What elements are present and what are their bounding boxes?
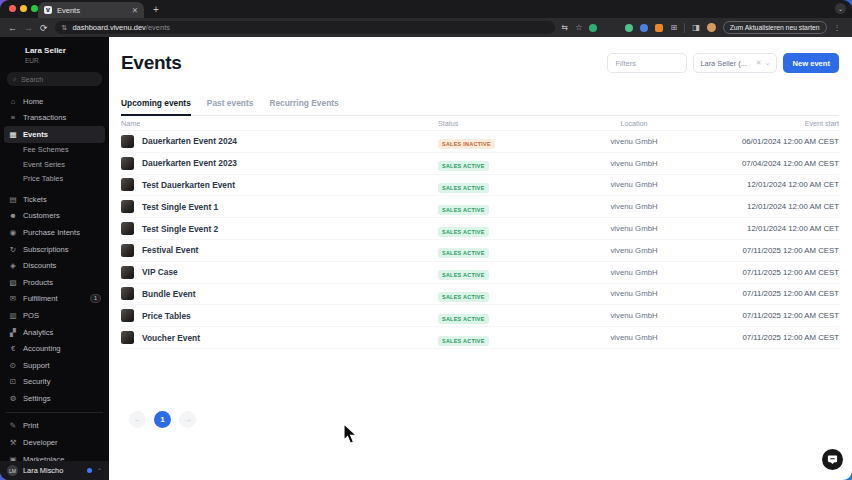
tab-item[interactable]: Past events xyxy=(207,98,254,115)
status-badge: SALES ACTIVE xyxy=(438,314,489,324)
filters-input[interactable] xyxy=(607,53,687,73)
status-badge: SALES ACTIVE xyxy=(438,227,489,237)
table-row[interactable]: Dauerkarten Event 2023 SALES ACTIVE vive… xyxy=(121,153,839,175)
sidebar-item-label: Transactions xyxy=(23,113,101,122)
sidebar-item-icon: ▧ xyxy=(8,278,18,287)
back-button[interactable]: ← xyxy=(8,23,17,33)
table-row[interactable]: VIP Case SALES ACTIVE vivenu GmbH 07/11/… xyxy=(121,262,839,284)
minimize-window-button[interactable] xyxy=(20,5,27,12)
sidebar-item[interactable]: ⚙ Settings xyxy=(4,390,105,407)
side-panel-icon[interactable]: ◨ xyxy=(692,23,700,32)
tab-title: Events xyxy=(57,6,127,15)
event-thumbnail xyxy=(121,222,134,235)
bookmark-star-icon[interactable]: ☆ xyxy=(575,23,582,32)
org-switcher[interactable]: Lara Seller EUR xyxy=(0,37,109,68)
table-row[interactable]: Bundle Event SALES ACTIVE vivenu GmbH 07… xyxy=(121,284,839,306)
extension-icon[interactable] xyxy=(655,24,663,32)
sidebar-item-label: POS xyxy=(23,311,101,320)
table-row[interactable]: Test Single Event 2 SALES ACTIVE vivenu … xyxy=(121,218,839,240)
sidebar-item-icon: ↻ xyxy=(8,245,18,254)
sidebar-item-label: Support xyxy=(23,361,101,370)
chat-widget-button[interactable] xyxy=(822,449,843,470)
online-status-dot xyxy=(87,468,92,473)
table-row[interactable]: Festival Event SALES ACTIVE vivenu GmbH … xyxy=(121,240,839,262)
sidebar-item[interactable]: ▥ POS xyxy=(4,307,105,324)
table-row[interactable]: Test Dauerkarten Event SALES ACTIVE vive… xyxy=(121,175,839,197)
extension-icon[interactable] xyxy=(625,24,633,32)
address-bar[interactable]: ⇅ dashboard.vivenu.dev/events xyxy=(55,21,555,34)
prev-page-button[interactable]: ← xyxy=(129,411,146,428)
sidebar-item-label: Settings xyxy=(23,394,101,403)
sidebar-item[interactable]: ⚒ Developer xyxy=(4,434,105,451)
site-settings-icon[interactable]: ⇅ xyxy=(62,24,68,32)
page-1-button[interactable]: 1 xyxy=(154,411,171,428)
table-row[interactable]: Dauerkarten Event 2024 SALES INACTIVE vi… xyxy=(121,131,839,153)
sidebar-item-label: Price Tables xyxy=(23,174,101,183)
next-page-button[interactable]: → xyxy=(179,411,196,428)
sidebar-item-icon: ▥ xyxy=(8,311,18,320)
table-row[interactable]: Price Tables SALES ACTIVE vivenu GmbH 07… xyxy=(121,305,839,327)
chevron-down-icon: ⌄ xyxy=(765,59,771,67)
sidebar-item[interactable]: ≡ Transactions xyxy=(4,110,105,127)
tab-close-icon[interactable]: ✕ xyxy=(132,6,138,15)
sidebar-item[interactable]: € Accounting xyxy=(4,340,105,357)
event-start: 07/11/2025 12:00 AM CEST xyxy=(718,268,839,277)
extension-icon[interactable] xyxy=(640,24,648,32)
sidebar-item[interactable]: ✉ Fulfillment 1 xyxy=(4,291,105,308)
sidebar-item[interactable]: ↻ Subscriptions xyxy=(4,241,105,258)
clear-icon[interactable]: ✕ xyxy=(756,59,762,67)
new-tab-button[interactable]: + xyxy=(153,4,159,15)
sidebar-item[interactable]: Event Series xyxy=(4,157,105,171)
sidebar-item[interactable]: ◉ Purchase Intents xyxy=(4,224,105,241)
zoom-window-button[interactable] xyxy=(31,5,38,12)
chrome-menu-icon[interactable]: ⋮ xyxy=(834,24,841,32)
new-event-button[interactable]: New event xyxy=(783,53,839,73)
sidebar-item[interactable]: ☻ Customers xyxy=(4,208,105,225)
search-input[interactable] xyxy=(21,76,91,83)
event-location: vivenu GmbH xyxy=(550,224,718,233)
tab-overflow-chevron-icon[interactable]: ⌄ xyxy=(835,3,846,14)
event-start: 12/01/2024 12:00 AM CET xyxy=(718,180,839,189)
events-table: Dauerkarten Event 2024 SALES INACTIVE vi… xyxy=(121,131,839,349)
sidebar-item[interactable]: ▞ Analytics xyxy=(4,324,105,341)
sidebar-item[interactable]: ◈ Discounts xyxy=(4,257,105,274)
event-name: Bundle Event xyxy=(142,289,196,299)
tab-item[interactable]: Upcoming events xyxy=(121,98,191,115)
sidebar-item[interactable]: Fee Schemes xyxy=(4,143,105,157)
browser-tab-events[interactable]: v Events ✕ xyxy=(38,2,144,18)
extensions-puzzle-icon[interactable]: ⊞ xyxy=(670,23,677,32)
sidebar-item-label: Products xyxy=(23,278,101,287)
sidebar-divider xyxy=(6,412,103,413)
sidebar-item[interactable]: ⊙ Support xyxy=(4,357,105,374)
vivenu-favicon: v xyxy=(44,6,52,14)
sidebar-item[interactable]: ⌂ Home xyxy=(4,93,105,110)
sidebar-item[interactable]: ✎ Print xyxy=(4,418,105,435)
user-menu[interactable]: LM Lara Mischo ⌃ xyxy=(0,461,109,480)
extension-icon[interactable] xyxy=(589,24,597,32)
main-content: Events Lara Seller (... ✕ ⌄ New event Up… xyxy=(109,37,852,480)
restart-to-update-button[interactable]: Zum Aktualisieren neu starten xyxy=(723,21,827,34)
close-window-button[interactable] xyxy=(9,5,16,12)
sidebar-search[interactable]: ⌕ xyxy=(7,72,102,86)
sidebar-item-label: Analytics xyxy=(23,328,101,337)
sidebar-item[interactable]: Price Tables xyxy=(4,172,105,186)
seller-select[interactable]: Lara Seller (... ✕ ⌄ xyxy=(693,53,777,73)
event-start: 12/01/2024 12:00 AM CET xyxy=(718,202,839,211)
sidebar-nav: ⌂ Home ≡ Transactions ▦ Events xyxy=(0,92,109,480)
sidebar-item[interactable]: ⊡ Security xyxy=(4,373,105,390)
forward-button[interactable]: → xyxy=(24,23,33,33)
reload-button[interactable]: ⟳ xyxy=(40,23,48,33)
table-row[interactable]: Voucher Event SALES ACTIVE vivenu GmbH 0… xyxy=(121,327,839,349)
browser-tabstrip: v Events ✕ + ⌄ xyxy=(0,0,852,18)
table-row[interactable]: Test Single Event 1 SALES ACTIVE vivenu … xyxy=(121,196,839,218)
profile-avatar[interactable] xyxy=(707,23,716,32)
event-thumbnail xyxy=(121,287,134,300)
sidebar-item[interactable]: ▧ Products xyxy=(4,274,105,291)
tab-item[interactable]: Recurring Events xyxy=(269,98,338,115)
sidebar-item[interactable]: ▤ Tickets xyxy=(4,191,105,208)
sidebar-item[interactable]: ▦ Events xyxy=(4,126,105,143)
translate-icon[interactable]: ⇆ xyxy=(562,23,569,32)
sidebar-item-icon: ⌂ xyxy=(8,97,18,106)
sidebar-item-label: Fee Schemes xyxy=(23,145,101,154)
table-header: Name Status Location Event start xyxy=(121,116,839,131)
